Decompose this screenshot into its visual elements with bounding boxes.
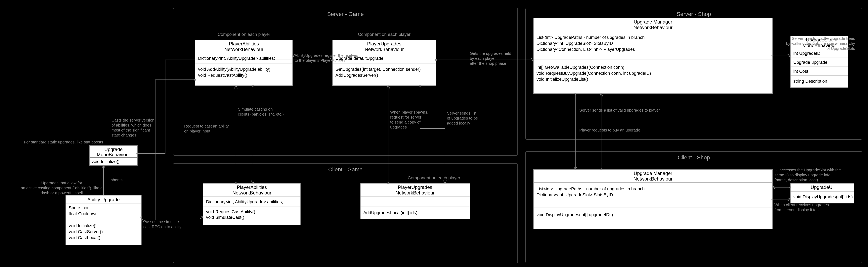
note-sconst3: of UpgradeSlots — [827, 46, 855, 51]
ability-upgrade-title: Ability Upgrade — [87, 197, 120, 202]
note-ssl1: Server sends list — [447, 111, 476, 115]
note-pspawn2: request for server — [390, 115, 422, 119]
uml-server-player-upgrades: PlayerUpgrades NetworkBehaviour Upgrade … — [333, 40, 436, 86]
ability-upgrade-m1: void Initialize() — [69, 223, 97, 228]
sum-f1: List<int> UpgradePaths - number of upgra… — [536, 35, 645, 40]
sublabel-cpu: Component on each player — [408, 175, 460, 180]
note-act1: Upgrades that allow for — [41, 181, 82, 185]
cpa-f1: Dictionary<int, AbilityUpgrade> abilitie… — [206, 199, 283, 204]
cum-m1: void DisplayUpgrades(int[] upgradeIDs) — [536, 212, 613, 217]
note-ssv: Server sends a list of valid upgrades to… — [579, 108, 660, 112]
note-gu3: after the shop phase — [470, 61, 506, 65]
upgrade-title: Upgrade — [104, 147, 123, 152]
zone-client-shop-title: Client - Shop — [678, 154, 710, 160]
note-inherits: Inherits — [110, 178, 123, 182]
note-uia3: (name, description, cost) — [774, 178, 818, 182]
uml-server-player-abilities: PlayerAbilities NetworkBehaviour Diction… — [195, 40, 293, 86]
upgrade-sub: MonoBehaviour — [97, 152, 130, 157]
note-wc2: from server, display it to UI — [774, 208, 822, 212]
spa-m2: void RequestCastAbility() — [198, 73, 247, 78]
zone-server-game-title: Server - Game — [327, 11, 364, 17]
ability-upgrade-m3: void CastLocal() — [69, 235, 100, 240]
note-prb: Player requests to buy an upgrade — [579, 128, 640, 132]
spa-title: PlayerAbilities — [229, 41, 259, 47]
uml-ability-upgrade: Ability Upgrade Sprite Icon float Cooldo… — [66, 195, 141, 245]
zone-server-shop-title: Server - Shop — [677, 11, 711, 17]
note-sconst2: by walking through the scene hierarchy — [786, 41, 855, 46]
uml-upgrade: Upgrade MonoBehaviour void Initialize() — [90, 145, 137, 166]
spa-sub: NetworkBehaviour — [224, 47, 264, 52]
note-sc2: clients (particles, sfx, etc.) — [238, 112, 284, 116]
sum-sub: NetworkBehaviour — [633, 25, 673, 30]
sublabel-spa: Component on each player — [218, 32, 270, 37]
note-sconst1: Server constructs the upgrade trees — [792, 36, 855, 41]
sum-f3: Dictionary<Connection, List<int>> Player… — [536, 47, 635, 52]
us-f4: string Description — [793, 79, 827, 84]
sum-m1: int[] GetAvailableUpgrades(Connection co… — [536, 65, 624, 70]
spu-sub: NetworkBehaviour — [365, 47, 404, 52]
spu-m2: AddUpgradesServer() — [336, 73, 378, 78]
cum-f2: Dictionary<int, UpgradeSlot> SlotsByID — [536, 192, 613, 197]
spa-f1: Dictionary<int, AbilityUpgrade> abilitie… — [198, 56, 275, 61]
uml-client-upgrade-manager: Upgrade Manager NetworkBehaviour List<in… — [533, 169, 772, 229]
conn-spa-au — [141, 80, 195, 220]
cpa-sub: NetworkBehaviour — [232, 190, 271, 196]
cpa-title: PlayerAbilities — [237, 184, 267, 190]
uml-client-player-abilities: PlayerAbilities NetworkBehaviour Diction… — [203, 183, 301, 225]
note-ssl3: added locally — [447, 121, 470, 125]
cpa-m1: void RequestCastAbility() — [206, 209, 255, 214]
uml-server-upgrade-manager: Upgrade Manager NetworkBehaviour List<in… — [533, 18, 772, 94]
note-gu2: by each player — [470, 56, 496, 61]
zone-client-game-title: Client - Game — [328, 167, 363, 173]
us-f1: int UpgradeID — [793, 51, 820, 56]
note-ps2: cast RPC on to ability — [143, 225, 181, 229]
cpu-m1: AddUpgradesLocal(int[] ids) — [363, 210, 417, 215]
note-sc1: Simulate casting on — [238, 107, 273, 111]
us-f3: int Cost — [793, 69, 808, 74]
cpu-title: PlayerUpgrades — [398, 184, 432, 190]
sum-m2: void RequestBuyUpgrade(Connection conn, … — [536, 71, 651, 76]
note-gu1: Gets the upgrades held — [470, 51, 511, 56]
cum-sub: NetworkBehaviour — [633, 176, 673, 181]
note-wc1: When client receives upgrades — [774, 203, 829, 207]
note-uia2: same ID to display upgrade info — [774, 173, 830, 177]
uui-title: UpgradeUI — [811, 184, 834, 190]
spa-m1: void AddAbility(AbilityUpgrade ability) — [198, 67, 270, 72]
note-cs3: most of the significant — [112, 128, 150, 132]
uml-client-player-upgrades: PlayerUpgrades NetworkBehaviour AddUpgra… — [360, 183, 470, 219]
note-act3: dash or a powerful spell — [41, 191, 83, 195]
note-uia1: UI accesses the UpgradeSlot with the — [774, 168, 841, 172]
conn-spu-cpu — [420, 86, 445, 183]
sum-m3: void InitializeUpgradeList() — [536, 77, 588, 82]
spu-m1: GetUpgrades(int target, Connection sende… — [336, 67, 421, 72]
sum-f2: Dictionary<int, UpgradeSlot> SlotsByID — [536, 41, 613, 46]
ability-upgrade-f1: Sprite Icon — [69, 205, 90, 210]
note-act2: an active casting component ("abilities"… — [21, 186, 103, 190]
upgrade-m1: void Initialize() — [92, 159, 120, 164]
sum-title: Upgrade Manager — [634, 19, 672, 25]
note-ssl2: of upgrades to be — [447, 116, 478, 120]
us-f2: Upgrade upgrade — [793, 60, 827, 65]
note-rc2: on player input — [184, 129, 211, 133]
note-static: For standard static upgrades, like stat … — [24, 140, 103, 144]
cpa-m2: void SimulateCast() — [206, 215, 244, 220]
note-pspawn1: When player spawns, — [390, 110, 428, 114]
cum-title: Upgrade Manager — [634, 171, 672, 176]
uui-m1: void DisplayUpgrades(int[] ids) — [793, 194, 853, 199]
note-cs2: of abilities, which does — [112, 123, 151, 127]
ability-upgrade-f2: float Cooldown — [69, 211, 98, 216]
note-ar2: to the player's PlayerAbilities — [294, 58, 345, 63]
note-pspawn3: to send a copy of — [390, 120, 421, 124]
note-ar1: AbilityUpgrades register themselves — [294, 53, 358, 58]
uml-upgrade-ui: UpgradeUI void DisplayUpgrades(int[] ids… — [790, 183, 854, 203]
note-rc1: Request to cast an ability — [184, 124, 228, 128]
spu-title: PlayerUpgrades — [367, 41, 401, 47]
cum-f1: List<int> UpgradePaths - number of upgra… — [536, 186, 645, 191]
cpu-sub: NetworkBehaviour — [396, 190, 435, 196]
note-cs1: Casts the server version — [112, 118, 154, 122]
ability-upgrade-m2: void CastServer() — [69, 229, 103, 234]
sublabel-spu: Component on each player — [358, 32, 410, 37]
note-pspawn4: upgrades — [390, 125, 407, 129]
note-cs4: state changes — [112, 133, 136, 137]
